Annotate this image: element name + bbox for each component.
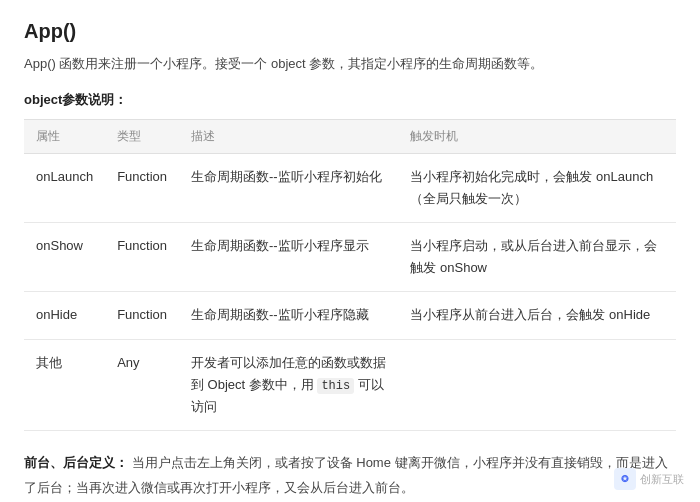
header-type: 类型 [105, 120, 179, 154]
cell-attr: onLaunch [24, 154, 105, 223]
params-table: 属性 类型 描述 触发时机 onLaunchFunction生命周期函数--监听… [24, 119, 676, 431]
cell-trigger: 当小程序启动，或从后台进入前台显示，会触发 onShow [398, 223, 676, 292]
cell-attr: onHide [24, 292, 105, 339]
cell-type: Any [105, 339, 179, 431]
header-attr: 属性 [24, 120, 105, 154]
cell-desc: 生命周期函数--监听小程序隐藏 [179, 292, 398, 339]
intro-text: App() 函数用来注册一个小程序。接受一个 object 参数，其指定小程序的… [24, 53, 676, 75]
footer-line1-label: 前台、后台定义： [24, 455, 128, 470]
cell-attr: onShow [24, 223, 105, 292]
table-row: onShowFunction生命周期函数--监听小程序显示当小程序启动，或从后台… [24, 223, 676, 292]
cell-desc: 生命周期函数--监听小程序初始化 [179, 154, 398, 223]
cell-desc: 生命周期函数--监听小程序显示 [179, 223, 398, 292]
cell-trigger: 当小程序从前台进入后台，会触发 onHide [398, 292, 676, 339]
header-trigger: 触发时机 [398, 120, 676, 154]
page-title: App() [24, 20, 676, 43]
code-this: this [317, 378, 354, 394]
table-row: onHideFunction生命周期函数--监听小程序隐藏当小程序从前台进入后台… [24, 292, 676, 339]
cell-desc: 开发者可以添加任意的函数或数据到 Object 参数中，用 this 可以访问 [179, 339, 398, 431]
table-header-row: 属性 类型 描述 触发时机 [24, 120, 676, 154]
table-row: 其他Any开发者可以添加任意的函数或数据到 Object 参数中，用 this … [24, 339, 676, 431]
header-desc: 描述 [179, 120, 398, 154]
cell-type: Function [105, 223, 179, 292]
section-title: object参数说明： [24, 91, 676, 109]
cell-trigger: 当小程序初始化完成时，会触发 onLaunch（全局只触发一次） [398, 154, 676, 223]
cell-type: Function [105, 292, 179, 339]
watermark-logo: ✪ [614, 468, 636, 490]
watermark-text: 创新互联 [640, 472, 684, 487]
footer-notes: 前台、后台定义： 当用户点击左上角关闭，或者按了设备 Home 键离开微信，小程… [24, 451, 676, 502]
cell-attr: 其他 [24, 339, 105, 431]
footer-line1: 前台、后台定义： 当用户点击左上角关闭，或者按了设备 Home 键离开微信，小程… [24, 451, 676, 500]
table-row: onLaunchFunction生命周期函数--监听小程序初始化当小程序初始化完… [24, 154, 676, 223]
watermark: ✪ 创新互联 [614, 468, 684, 490]
cell-type: Function [105, 154, 179, 223]
cell-trigger [398, 339, 676, 431]
